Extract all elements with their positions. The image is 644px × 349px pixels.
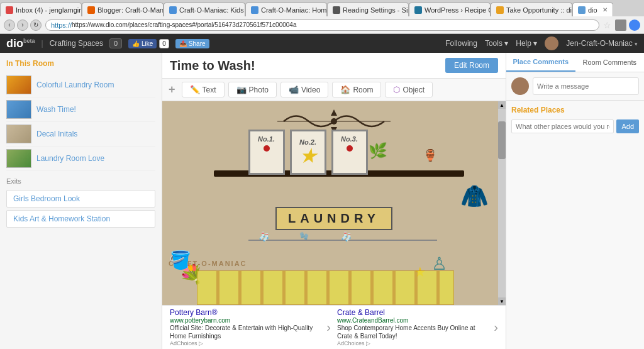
tab-craft2[interactable]: Craft-O-Maniac: Home... ✕ xyxy=(245,3,327,16)
image-scrollbar[interactable]: ▲ ▼ xyxy=(498,101,506,305)
fb-like-button[interactable]: 👍 Like xyxy=(128,39,157,48)
tab-craft1[interactable]: Craft-O-Maniac: Kids ... ✕ xyxy=(164,3,245,16)
tab-label-dio: dio xyxy=(588,6,597,14)
sidebar-thumb-2 xyxy=(6,125,31,143)
related-places: Related Places Add xyxy=(506,100,644,138)
nav-buttons: ‹ › ↻ xyxy=(4,19,42,31)
photo-tool-label: Photo xyxy=(249,86,269,94)
tab-close-dio[interactable]: ✕ xyxy=(602,6,608,13)
share-button[interactable]: 📤 Share xyxy=(175,39,209,48)
coat: 🧥 xyxy=(460,183,489,209)
add-content-button[interactable]: + xyxy=(169,83,175,96)
dio-beta-label: beta xyxy=(23,38,35,44)
ad-title-1[interactable]: Crate & Barrel xyxy=(337,308,490,317)
tab-label-take: Take Opportunity :: dio xyxy=(506,6,572,14)
room-tool-label: Room xyxy=(353,86,373,94)
tab-dio[interactable]: dio ✕ xyxy=(572,3,613,16)
comment-tabs: Place Comments Room Comments xyxy=(506,53,644,72)
address-box[interactable]: https:// https://www.dio.com/places/craf… xyxy=(45,19,599,31)
tab-reading[interactable]: Reading Settings - Six S... ✕ xyxy=(327,3,409,16)
help-dropdown[interactable]: Help ▾ xyxy=(516,39,537,48)
room-comments-tab[interactable]: Room Comments xyxy=(575,53,645,72)
sidebar-item-label-1: Wash Time! xyxy=(36,105,76,114)
sidebar-item-3[interactable]: Laundry Room Love xyxy=(6,147,155,171)
scroll-down-arrow[interactable]: ▼ xyxy=(498,297,506,305)
tab-gmail[interactable]: Inbox (4) - jenglamgirl ✕ xyxy=(0,3,82,16)
tab-label-reading: Reading Settings - Six S... xyxy=(343,6,409,14)
sidebar-item-0[interactable]: Colorful Laundry Room xyxy=(6,73,155,97)
sock-1: 🧦 xyxy=(258,231,269,241)
forward-button[interactable]: › xyxy=(17,19,28,31)
tab-blogger[interactable]: Blogger: Craft-O-Mani... ✕ xyxy=(82,3,164,16)
scroll-up-arrow[interactable]: ▲ xyxy=(498,101,506,109)
basket: 🪣 xyxy=(169,250,191,270)
sidebar-item-1[interactable]: Wash Time! xyxy=(6,97,155,122)
edit-room-button[interactable]: Edit Room xyxy=(445,58,498,73)
object-tool-button[interactable]: ⬡ Object xyxy=(385,82,433,97)
tab-favicon-gmail xyxy=(6,6,13,14)
frame-1-label: No.1. xyxy=(258,135,275,143)
ad-badge-1: AdChoices ▷ xyxy=(337,340,490,346)
scroll-thumb[interactable] xyxy=(498,121,506,159)
exit-item-1[interactable]: Kids Art & Homework Station xyxy=(6,210,155,228)
sidebar-item-label-0: Colorful Laundry Room xyxy=(36,80,114,89)
sidebar-item-2[interactable]: Decal Initals xyxy=(6,122,155,147)
video-tool-button[interactable]: 📹 Video xyxy=(280,82,328,97)
sidebar-thumb-1 xyxy=(6,100,31,119)
reload-button[interactable]: ↻ xyxy=(30,19,42,31)
share-label: Share xyxy=(189,40,206,47)
frame-3-label: No.3. xyxy=(341,135,358,143)
object-icon: ⬡ xyxy=(393,85,400,94)
help-label: Help xyxy=(516,39,531,48)
google-icon[interactable] xyxy=(629,19,640,31)
toolbar: + ✏️ Text 📷 Photo 📹 Video 🏠 Room ⬡ Objec… xyxy=(162,79,506,101)
ad-arrow-0[interactable]: › xyxy=(326,320,331,335)
laundry-sign: LAUNDRY xyxy=(275,207,392,230)
place-comments-tab[interactable]: Place Comments xyxy=(506,53,575,72)
tab-take[interactable]: Take Opportunity :: dio ✕ xyxy=(491,3,572,16)
content-header: Time to Wash! Edit Room xyxy=(162,53,506,79)
tools-dropdown-arrow: ▾ xyxy=(504,39,508,48)
dio-logo: diobeta xyxy=(6,37,35,50)
tab-label-craft1: Craft-O-Maniac: Kids ... xyxy=(179,6,245,14)
exit-item-0[interactable]: Girls Bedroom Look xyxy=(6,190,155,208)
ad-item-1: Crate & Barrel www.CrateandBarrel.com Sh… xyxy=(337,308,498,346)
video-tool-label: Video xyxy=(301,86,320,94)
ad-title-0[interactable]: Pottery Barn® xyxy=(170,308,323,317)
photo-tool-button[interactable]: 📷 Photo xyxy=(228,82,277,97)
right-panel: Place Comments Room Comments Related Pla… xyxy=(506,53,644,349)
related-places-input[interactable] xyxy=(511,119,614,133)
tab-favicon-dio xyxy=(578,6,586,14)
bookmark-icon[interactable]: ☆ xyxy=(603,20,611,30)
sidebar-exits: Exits Girls Bedroom Look Kids Art & Home… xyxy=(0,177,162,236)
following-link[interactable]: Following xyxy=(445,39,477,48)
ad-desc-1: Shop Contemporary Home Accents Buy Onlin… xyxy=(337,324,490,340)
add-related-button[interactable]: Add xyxy=(616,119,639,133)
room-tool-button[interactable]: 🏠 Room xyxy=(332,82,381,97)
user-menu[interactable]: Jen-Craft-O-Maniac ▾ xyxy=(566,39,638,48)
tab-label-craft2: Craft-O-Maniac: Home... xyxy=(261,6,327,14)
tab-wp[interactable]: WordPress › Recipe Co... ✕ xyxy=(409,3,491,16)
text-tool-button[interactable]: ✏️ Text xyxy=(182,82,225,97)
ad-url-1: www.CrateandBarrel.com xyxy=(337,317,490,324)
pencil-icon: ✏️ xyxy=(190,85,200,94)
browser-icon-1[interactable] xyxy=(615,19,626,31)
frame-3-dot xyxy=(347,145,353,152)
tab-favicon-reading xyxy=(333,6,340,14)
comment-avatar xyxy=(511,77,529,95)
back-button[interactable]: ‹ xyxy=(4,19,15,31)
tab-favicon-wp xyxy=(414,6,422,14)
comment-input-area xyxy=(506,72,644,100)
exits-title: Exits xyxy=(6,177,155,185)
comment-input[interactable] xyxy=(533,77,639,95)
ad-arrow-1[interactable]: › xyxy=(494,320,498,335)
tab-favicon-craft1 xyxy=(169,6,177,14)
ad-content-0: Pottery Barn® www.potterybarn.com Offici… xyxy=(170,308,323,346)
tab-label-wp: WordPress › Recipe Co... xyxy=(425,6,491,14)
frame-1-dot xyxy=(264,145,270,152)
laundry-sign-text: LAUNDRY xyxy=(288,211,380,225)
sidebar-thumb-0 xyxy=(6,75,31,94)
text-tool-label: Text xyxy=(203,86,216,94)
browser-right-icons xyxy=(615,19,640,31)
tools-dropdown[interactable]: Tools ▾ xyxy=(485,39,508,48)
